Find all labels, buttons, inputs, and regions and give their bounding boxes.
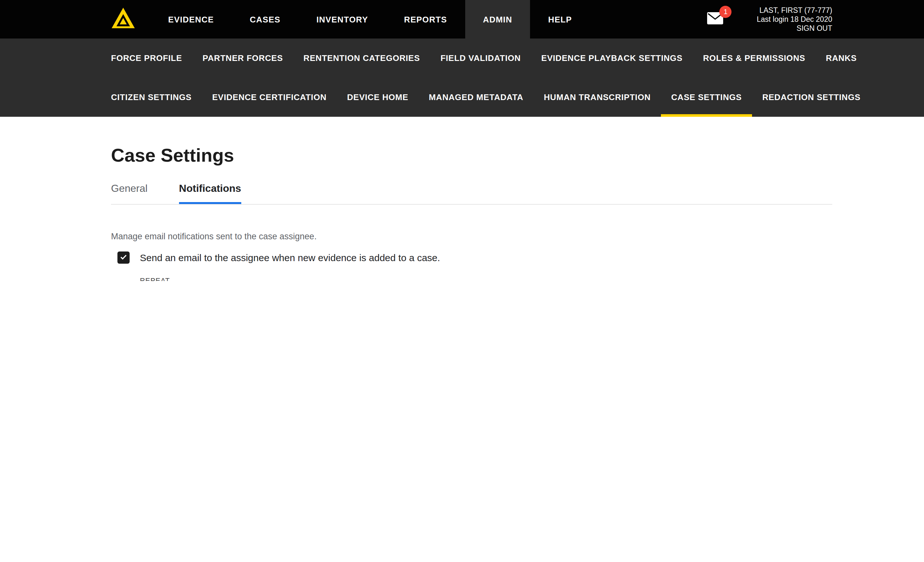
admin-subnav: FORCE PROFILE PARTNER FORCES RENTENTION … xyxy=(0,39,924,117)
nav-item-cases[interactable]: CASES xyxy=(232,0,299,39)
nav-item-evidence[interactable]: EVIDENCE xyxy=(150,0,232,39)
sign-out-link[interactable]: SIGN OUT xyxy=(796,24,832,33)
page-description: Manage email notifications sent to the c… xyxy=(111,232,832,241)
nav-item-reports[interactable]: REPORTS xyxy=(386,0,465,39)
brand-logo[interactable] xyxy=(112,0,135,39)
subnav-item-case-settings[interactable]: CASE SETTINGS xyxy=(661,78,752,117)
repeat-field-label: REPEAT xyxy=(140,277,832,281)
admin-subnav-row-2: CITIZEN SETTINGS EVIDENCE CERTIFICATION … xyxy=(0,78,924,117)
settings-tabs: General Notifications xyxy=(111,183,832,205)
top-right-area: 1 LAST, FIRST (77-777) Last login 18 Dec… xyxy=(707,0,832,39)
axon-delta-logo-icon xyxy=(112,8,135,31)
subnav-item-evidence-certification[interactable]: EVIDENCE CERTIFICATION xyxy=(202,78,337,117)
user-last-login: Last login 18 Dec 2020 xyxy=(757,15,832,24)
main-content: Case Settings General Notifications Mana… xyxy=(111,145,832,281)
primary-nav: EVIDENCE CASES INVENTORY REPORTS ADMIN H… xyxy=(150,0,590,39)
nav-item-help[interactable]: HELP xyxy=(530,0,590,39)
page-title: Case Settings xyxy=(111,145,832,166)
user-info-block: LAST, FIRST (77-777) Last login 18 Dec 2… xyxy=(757,6,832,33)
tab-notifications[interactable]: Notifications xyxy=(179,183,241,204)
subnav-item-ranks[interactable]: RANKS xyxy=(816,39,867,78)
tab-general[interactable]: General xyxy=(111,183,148,204)
admin-subnav-row-1: FORCE PROFILE PARTNER FORCES RENTENTION … xyxy=(0,39,924,78)
top-nav-bar: EVIDENCE CASES INVENTORY REPORTS ADMIN H… xyxy=(0,0,924,39)
subnav-item-citizen-settings[interactable]: CITIZEN SETTINGS xyxy=(101,78,202,117)
nav-item-admin[interactable]: ADMIN xyxy=(465,0,530,39)
subnav-item-partner-forces[interactable]: PARTNER FORCES xyxy=(192,39,293,78)
subnav-item-evidence-playback-settings[interactable]: EVIDENCE PLAYBACK SETTINGS xyxy=(531,39,693,78)
subnav-item-device-home[interactable]: DEVICE HOME xyxy=(337,78,418,117)
notification-badge: 1 xyxy=(720,6,732,18)
subnav-item-retention-categories[interactable]: RENTENTION CATEGORIES xyxy=(293,39,430,78)
subnav-item-force-profile[interactable]: FORCE PROFILE xyxy=(101,39,192,78)
user-name: LAST, FIRST (77-777) xyxy=(757,6,832,15)
check-icon xyxy=(119,252,128,263)
evidence-added-checkbox-label: Send an email to the assignee when new e… xyxy=(140,252,440,263)
subnav-item-field-validation[interactable]: FIELD VALIDATION xyxy=(430,39,531,78)
app-window: EVIDENCE CASES INVENTORY REPORTS ADMIN H… xyxy=(0,0,924,281)
notification-section-evidence-added: Send an email to the assignee when new e… xyxy=(111,252,832,281)
messages-button[interactable]: 1 xyxy=(707,12,723,27)
nav-item-inventory[interactable]: INVENTORY xyxy=(298,0,386,39)
subnav-item-roles-permissions[interactable]: ROLES & PERMISSIONS xyxy=(693,39,816,78)
evidence-added-checkbox[interactable] xyxy=(117,252,130,264)
subnav-item-managed-metadata[interactable]: MANAGED METADATA xyxy=(418,78,534,117)
subnav-item-human-transcription[interactable]: HUMAN TRANSCRIPTION xyxy=(534,78,661,117)
subnav-item-redaction-settings[interactable]: REDACTION SETTINGS xyxy=(752,78,871,117)
